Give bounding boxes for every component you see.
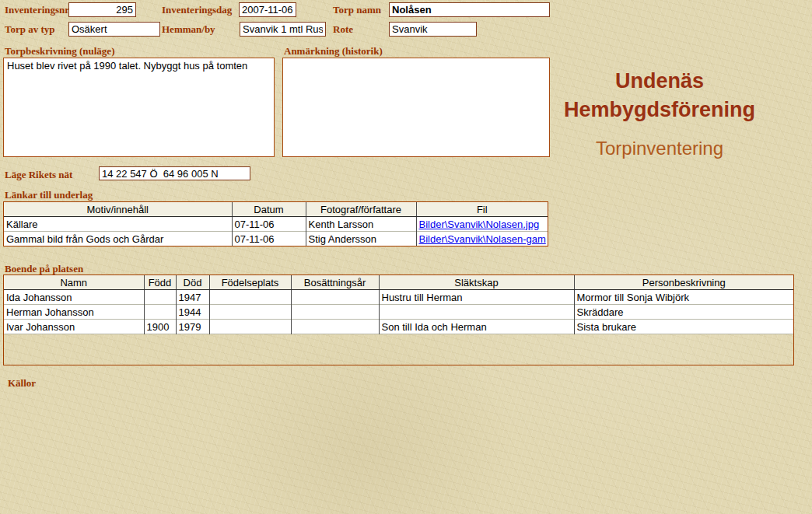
links-row: Gammal bild från Gods och Gårdar 07-11-0… bbox=[4, 232, 548, 247]
inventeringsnr-input[interactable] bbox=[68, 2, 136, 17]
cell-fodelseplats bbox=[209, 305, 291, 320]
anmarkning-label: Anmärkning (historik) bbox=[284, 45, 383, 58]
hemman-by-label: Hemman/by bbox=[162, 23, 215, 36]
torp-namn-input[interactable] bbox=[389, 2, 550, 17]
sources-heading: Källor bbox=[8, 377, 36, 390]
cell-personbeskrivning: Sista brukare bbox=[574, 320, 793, 334]
cell-fodd: 1900 bbox=[144, 320, 176, 334]
rote-input[interactable] bbox=[389, 22, 477, 37]
links-header-row: Motiv/innehåll Datum Fotograf/författare… bbox=[4, 202, 548, 217]
cell-slaktskap: Son till Ida och Herman bbox=[379, 320, 574, 334]
file-link[interactable]: Bilder\Svanvik\Nolasen.jpg bbox=[419, 219, 540, 230]
cell-namn: Ida Johansson bbox=[4, 290, 144, 305]
residents-table: Namn Född Död Födelseplats Bosättningsår… bbox=[4, 275, 793, 334]
residents-col-fodd: Född bbox=[144, 275, 176, 290]
residents-table-box: Namn Född Död Födelseplats Bosättningsår… bbox=[3, 274, 794, 365]
cell-namn: Ivar Johansson bbox=[4, 320, 144, 334]
residents-col-fodelseplats: Födelseplats bbox=[209, 275, 291, 290]
residents-col-dod: Död bbox=[176, 275, 209, 290]
cell-dod: 1944 bbox=[176, 305, 209, 320]
resident-row: Ida Johansson 1947 Hustru till Herman Mo… bbox=[4, 290, 793, 305]
residents-header-row: Namn Född Död Födelseplats Bosättningsår… bbox=[4, 275, 793, 290]
links-col-datum: Datum bbox=[232, 202, 306, 217]
branding-block: Undenäs Hembygdsförening Torpinventering bbox=[554, 67, 765, 159]
app-subtitle: Torpinventering bbox=[554, 138, 765, 159]
cell-fotograf: Stig Andersson bbox=[306, 232, 416, 247]
cell-fotograf: Kenth Larsson bbox=[306, 217, 416, 232]
cell-namn: Herman Johansson bbox=[4, 305, 144, 320]
cell-motiv: Gammal bild från Gods och Gårdar bbox=[4, 232, 232, 247]
residents-col-personbeskrivning: Personbeskrivning bbox=[574, 275, 793, 290]
torp-av-typ-label: Torp av typ bbox=[5, 23, 55, 36]
cell-bosattningsar bbox=[291, 290, 379, 305]
cell-fodd bbox=[144, 305, 176, 320]
links-col-fil: Fil bbox=[416, 202, 548, 217]
rote-label: Rote bbox=[333, 23, 353, 36]
cell-dod: 1947 bbox=[176, 290, 209, 305]
links-col-motiv: Motiv/innehåll bbox=[4, 202, 232, 217]
cell-fil: Bilder\Svanvik\Nolasen.jpg bbox=[416, 217, 548, 232]
cell-personbeskrivning: Skräddare bbox=[574, 305, 793, 320]
inventeringsdag-label: Inventeringsdag bbox=[162, 4, 232, 16]
cell-dod: 1979 bbox=[176, 320, 209, 334]
links-table: Motiv/innehåll Datum Fotograf/författare… bbox=[4, 202, 548, 246]
cell-datum: 07-11-06 bbox=[232, 217, 306, 232]
cell-slaktskap: Hustru till Herman bbox=[379, 290, 574, 305]
inventeringsdag-input[interactable] bbox=[239, 2, 296, 17]
org-title-line1: Undenäs bbox=[554, 67, 765, 96]
cell-fodelseplats bbox=[209, 290, 291, 305]
links-table-box: Motiv/innehåll Datum Fotograf/författare… bbox=[3, 201, 548, 247]
inventeringsnr-label: Inventeringsnr bbox=[5, 4, 69, 16]
cell-fodd bbox=[144, 290, 176, 305]
links-row: Källare 07-11-06 Kenth Larsson Bilder\Sv… bbox=[4, 217, 548, 232]
file-link[interactable]: Bilder\Svanvik\Nolasen-gam bbox=[419, 233, 546, 245]
torp-namn-label: Torp namn bbox=[333, 4, 381, 16]
cell-bosattningsar bbox=[291, 320, 379, 334]
org-title-line2: Hembygdsförening bbox=[554, 96, 765, 124]
links-col-fotograf: Fotograf/författare bbox=[306, 202, 416, 217]
lage-rikets-nat-label: Läge Rikets nät bbox=[5, 169, 72, 181]
cell-slaktskap bbox=[379, 305, 574, 320]
torpbeskrivning-label: Torpbeskrivning (nuläge) bbox=[5, 45, 114, 58]
cell-motiv: Källare bbox=[4, 217, 232, 232]
resident-row: Herman Johansson 1944 Skräddare bbox=[4, 305, 793, 320]
torpinventering-page: Inventeringsnr Inventeringsdag Torp namn… bbox=[0, 0, 812, 514]
cell-bosattningsar bbox=[291, 305, 379, 320]
cell-personbeskrivning: Mormor till Sonja Wibjörk bbox=[574, 290, 793, 305]
residents-col-namn: Namn bbox=[4, 275, 144, 290]
hemman-by-input[interactable] bbox=[240, 22, 326, 37]
residents-col-slaktskap: Släktskap bbox=[379, 275, 574, 290]
cell-fodelseplats bbox=[209, 320, 291, 334]
links-heading: Länkar till underlag bbox=[5, 189, 93, 201]
resident-row: Ivar Johansson 1900 1979 Son till Ida oc… bbox=[4, 320, 793, 334]
anmarkning-textarea[interactable] bbox=[282, 58, 550, 157]
torpbeskrivning-textarea[interactable]: Huset blev rivet på 1990 talet. Nybyggt … bbox=[3, 58, 275, 157]
cell-fil: Bilder\Svanvik\Nolasen-gam bbox=[416, 232, 548, 247]
lage-rikets-nat-input[interactable] bbox=[99, 166, 250, 180]
cell-datum: 07-11-06 bbox=[232, 232, 306, 247]
torp-av-typ-input[interactable] bbox=[68, 22, 160, 37]
residents-col-bosattningsar: Bosättningsår bbox=[291, 275, 379, 290]
residents-heading: Boende på platsen bbox=[5, 263, 83, 275]
